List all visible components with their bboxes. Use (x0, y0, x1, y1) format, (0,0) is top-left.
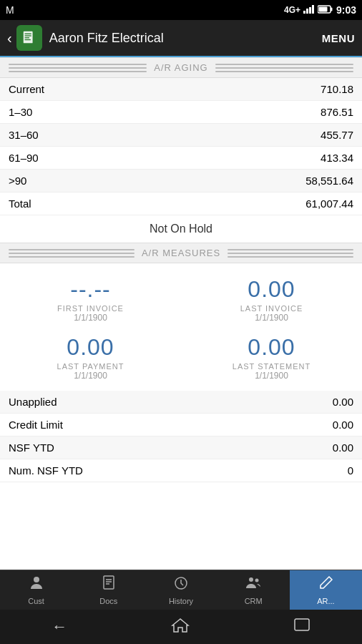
section-line (9, 71, 147, 72)
measure-value: 0.00 (248, 276, 295, 303)
main-content: A/R AGING Current 710.18 1–30 876.51 31–… (0, 57, 362, 570)
app-header: ‹ Aaron Fitz Electrical MENU (0, 20, 362, 57)
aging-label: Current (0, 78, 162, 101)
tab-crm[interactable]: CRM (217, 570, 290, 610)
app-icon (16, 25, 42, 51)
measure-label: LAST INVOICE (240, 304, 303, 313)
docs-icon (100, 575, 117, 595)
aging-label: >90 (0, 170, 162, 192)
section-line (228, 253, 353, 254)
network-indicator: 4G+ (284, 5, 300, 15)
section-line (215, 64, 353, 65)
svg-rect-0 (303, 11, 305, 14)
measure-cell: --.-- FIRST INVOICE 1/1/1900 (0, 270, 181, 328)
tab-docs[interactable]: Docs (72, 570, 145, 610)
aging-value: 710.18 (162, 78, 362, 101)
bottom-fields-table: Unapplied 0.00 Credit Limit 0.00 NSF YTD… (0, 391, 362, 482)
section-line (9, 256, 134, 258)
bottom-field-value: 0 (255, 459, 362, 482)
svg-rect-20 (295, 619, 309, 630)
crm-tab-label: CRM (245, 597, 263, 605)
section-line (9, 64, 147, 65)
aging-value: 413.34 (162, 147, 362, 170)
aging-row: Current 710.18 (0, 78, 362, 101)
bottom-field-row: Credit Limit 0.00 (0, 414, 362, 436)
aging-row: 61–90 413.34 (0, 147, 362, 170)
aging-row: 1–30 876.51 (0, 101, 362, 124)
gmail-icon: M (6, 4, 14, 16)
signal-icon (303, 5, 315, 16)
bottom-field-label: Num. NSF YTD (0, 459, 255, 482)
measure-label: LAST PAYMENT (57, 362, 124, 371)
bottom-field-value: 0.00 (255, 436, 362, 459)
back-nav-button[interactable]: ← (37, 612, 82, 642)
aging-row: 31–60 455.77 (0, 124, 362, 147)
aging-label: 61–90 (0, 147, 162, 170)
back-button[interactable]: ‹ (7, 30, 12, 47)
measure-value: 0.00 (248, 334, 295, 361)
aging-value: 61,007.44 (162, 192, 362, 215)
svg-point-12 (34, 577, 39, 582)
bottom-field-label: Credit Limit (0, 414, 255, 436)
svg-rect-1 (306, 9, 308, 14)
aging-table: Current 710.18 1–30 876.51 31–60 455.77 … (0, 78, 362, 215)
tab-cust[interactable]: Cust (0, 570, 72, 610)
section-line (9, 253, 134, 254)
bottom-field-value: 0.00 (255, 414, 362, 436)
svg-rect-5 (331, 7, 333, 11)
ar-icon (317, 575, 334, 595)
app-title: Aaron Fitz Electrical (49, 31, 322, 46)
section-lines-right (215, 64, 353, 72)
section-line (9, 67, 147, 69)
measure-label: FIRST INVOICE (57, 304, 124, 313)
docs-tab-label: Docs (99, 597, 117, 605)
aging-row: >90 58,551.64 (0, 170, 362, 192)
measures-grid: --.-- FIRST INVOICE 1/1/1900 0.00 LAST I… (0, 270, 362, 386)
section-lines-left-2 (9, 249, 134, 258)
ar-measures-section: --.-- FIRST INVOICE 1/1/1900 0.00 LAST I… (0, 263, 362, 391)
measure-value: 0.00 (67, 334, 114, 361)
menu-button[interactable]: MENU (322, 32, 355, 44)
svg-rect-8 (24, 34, 31, 34)
hold-status: Not On Hold (0, 215, 362, 243)
svg-rect-2 (309, 7, 311, 14)
ar-tab-label: AR... (317, 597, 334, 605)
cust-tab-label: Cust (28, 597, 44, 605)
section-lines-right-2 (228, 249, 353, 258)
section-line (228, 256, 353, 258)
bottom-field-row: Num. NSF YTD 0 (0, 459, 362, 482)
section-line (228, 249, 353, 250)
svg-rect-11 (24, 39, 30, 40)
bottom-field-label: NSF YTD (0, 436, 255, 459)
aging-value: 455.77 (162, 124, 362, 147)
time-display: 9:03 (336, 4, 356, 16)
section-lines-left (9, 64, 147, 72)
battery-icon (318, 5, 333, 16)
measure-label: LAST STATEMENT (233, 362, 310, 371)
nav-bar: ← (0, 610, 362, 644)
measure-cell: 0.00 LAST STATEMENT 1/1/1900 (181, 328, 362, 386)
aging-row: Total 61,007.44 (0, 192, 362, 215)
section-line (215, 67, 353, 69)
measure-date: 1/1/1900 (74, 371, 107, 381)
bottom-field-label: Unapplied (0, 391, 255, 414)
measure-date: 1/1/1900 (74, 313, 107, 323)
status-bar: M 4G+ 9:03 (0, 0, 362, 20)
section-line (9, 249, 134, 250)
aging-value: 58,551.64 (162, 170, 362, 192)
tab-ar[interactable]: AR... (290, 570, 362, 610)
aging-value: 876.51 (162, 101, 362, 124)
history-tab-label: History (169, 597, 193, 605)
bottom-field-row: NSF YTD 0.00 (0, 436, 362, 459)
measure-cell: 0.00 LAST INVOICE 1/1/1900 (181, 270, 362, 328)
svg-rect-10 (24, 37, 29, 38)
bottom-field-value: 0.00 (255, 391, 362, 414)
svg-rect-3 (312, 5, 314, 14)
svg-point-18 (249, 577, 253, 582)
svg-point-19 (255, 579, 259, 582)
home-nav-button[interactable] (157, 610, 204, 644)
aging-label: 31–60 (0, 124, 162, 147)
recent-nav-button[interactable] (279, 612, 325, 642)
crm-icon (245, 575, 262, 595)
tab-history[interactable]: History (145, 570, 217, 610)
